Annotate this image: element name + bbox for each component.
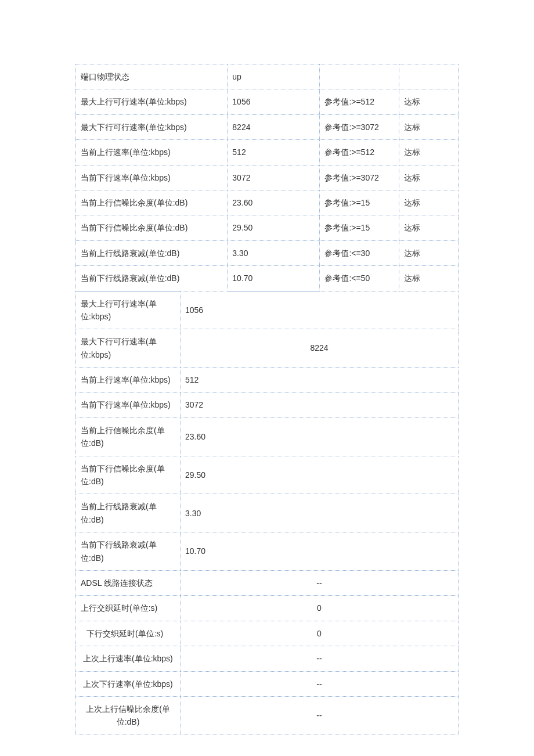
page-container: 端口物理状态 up 最大上行可行速率(单位:kbps) 1056 参考值:>=5… [0,0,534,753]
row-pass [399,64,458,89]
row-label: 上次上行信噪比余度(单位:dB) [76,696,181,735]
row-label: 上行交织延时(单位:s) [76,596,181,621]
row-label: 当前下行线路衰减(单位:dB) [76,266,228,291]
row-label: 上次下行速率(单位:kbps) [76,671,181,696]
table-row: 当前下行信噪比余度(单位:dB) 29.50 [76,456,459,494]
row-label: 当前下行速率(单位:kbps) [76,393,181,417]
table-row: 最大下行可行速率(单位:kbps) 8224 [76,329,459,368]
table-row: 当前上行信噪比余度(单位:dB) 23.60 [76,417,459,456]
row-reference: 参考值:>=15 [320,190,399,215]
row-reference: 参考值:>=3072 [320,165,399,190]
row-value: 23.60 [181,417,459,456]
row-reference: 参考值:<=30 [320,240,399,265]
row-value: 3.30 [181,494,459,532]
table-row: 当前下行信噪比余度(单位:dB) 29.50 参考值:>=15 达标 [76,215,459,240]
row-value: -- [181,671,459,696]
row-value: 3072 [228,165,320,190]
table-row: 当前上行速率(单位:kbps) 512 参考值:>=512 达标 [76,140,459,165]
row-pass: 达标 [399,190,458,215]
row-label: 端口物理状态 [76,64,228,89]
table-row: 当前下行线路衰减(单位:dB) 10.70 参考值:<=50 达标 [76,266,459,291]
table-row: 上次下行速率(单位:kbps) -- [76,671,459,696]
table-row: 当前上行速率(单位:kbps) 512 [76,368,459,393]
row-value: up [228,64,320,89]
row-reference: 参考值:>=512 [320,140,399,165]
row-value: 10.70 [228,266,320,291]
row-value: -- [181,646,459,671]
row-value: 3072 [181,393,459,417]
row-label: 当前下行信噪比余度(单位:dB) [76,456,181,494]
row-label: 当前下行线路衰减(单位:dB) [76,532,181,571]
row-label: 当前上行信噪比余度(单位:dB) [76,190,228,215]
row-value: -- [181,570,459,595]
row-pass: 达标 [399,240,458,265]
row-value: 1056 [181,291,459,329]
row-label: 最大下行可行速率(单位:kbps) [76,329,181,368]
row-pass: 达标 [399,266,458,291]
row-value: 512 [181,368,459,393]
row-label: 当前上行线路衰减(单位:dB) [76,240,228,265]
row-value: 1056 [228,89,320,114]
table-row: 最大上行可行速率(单位:kbps) 1056 [76,291,459,329]
status-table-detail: 最大上行可行速率(单位:kbps) 1056 最大下行可行速率(单位:kbps)… [75,291,459,735]
row-label: 当前上行速率(单位:kbps) [76,140,228,165]
row-pass: 达标 [399,114,458,139]
row-value: 8224 [181,329,459,368]
table-row: 上次上行速率(单位:kbps) -- [76,646,459,671]
row-label: 当前下行信噪比余度(单位:dB) [76,215,228,240]
row-pass: 达标 [399,165,458,190]
row-reference: 参考值:<=50 [320,266,399,291]
row-reference: 参考值:>=3072 [320,114,399,139]
row-reference [320,64,399,89]
row-pass: 达标 [399,215,458,240]
row-value: 512 [228,140,320,165]
status-table-with-reference: 端口物理状态 up 最大上行可行速率(单位:kbps) 1056 参考值:>=5… [75,64,459,291]
row-pass: 达标 [399,89,458,114]
row-label: 当前上行信噪比余度(单位:dB) [76,417,181,456]
row-label: 上次上行速率(单位:kbps) [76,646,181,671]
table-row: 端口物理状态 up [76,64,459,89]
table-row: 上行交织延时(单位:s) 0 [76,596,459,621]
table-row: 上次上行信噪比余度(单位:dB) -- [76,696,459,735]
row-value: -- [181,696,459,735]
row-reference: 参考值:>=15 [320,215,399,240]
table-row: 当前下行线路衰减(单位:dB) 10.70 [76,532,459,571]
row-label: 最大下行可行速率(单位:kbps) [76,114,228,139]
row-label: 最大上行可行速率(单位:kbps) [76,291,181,329]
table-row: 最大下行可行速率(单位:kbps) 8224 参考值:>=3072 达标 [76,114,459,139]
row-value: 0 [181,621,459,646]
row-label: 当前上行速率(单位:kbps) [76,368,181,393]
row-value: 29.50 [181,456,459,494]
table-row: 当前下行速率(单位:kbps) 3072 [76,393,459,417]
row-label: 当前上行线路衰减(单位:dB) [76,494,181,532]
row-label: 当前下行速率(单位:kbps) [76,165,228,190]
table-row: 当前下行速率(单位:kbps) 3072 参考值:>=3072 达标 [76,165,459,190]
row-value: 10.70 [181,532,459,571]
row-value: 0 [181,596,459,621]
row-value: 3.30 [228,240,320,265]
table-row: 最大上行可行速率(单位:kbps) 1056 参考值:>=512 达标 [76,89,459,114]
table-row: 当前上行信噪比余度(单位:dB) 23.60 参考值:>=15 达标 [76,190,459,215]
row-label: 最大上行可行速率(单位:kbps) [76,89,228,114]
row-value: 29.50 [228,215,320,240]
row-reference: 参考值:>=512 [320,89,399,114]
table-row: 当前上行线路衰减(单位:dB) 3.30 参考值:<=30 达标 [76,240,459,265]
row-label: 下行交织延时(单位:s) [76,621,181,646]
table-row: 下行交织延时(单位:s) 0 [76,621,459,646]
row-value: 8224 [228,114,320,139]
row-value: 23.60 [228,190,320,215]
row-pass: 达标 [399,140,458,165]
table-row: ADSL 线路连接状态 -- [76,570,459,595]
table-row: 当前上行线路衰减(单位:dB) 3.30 [76,494,459,532]
row-label: ADSL 线路连接状态 [76,570,181,595]
